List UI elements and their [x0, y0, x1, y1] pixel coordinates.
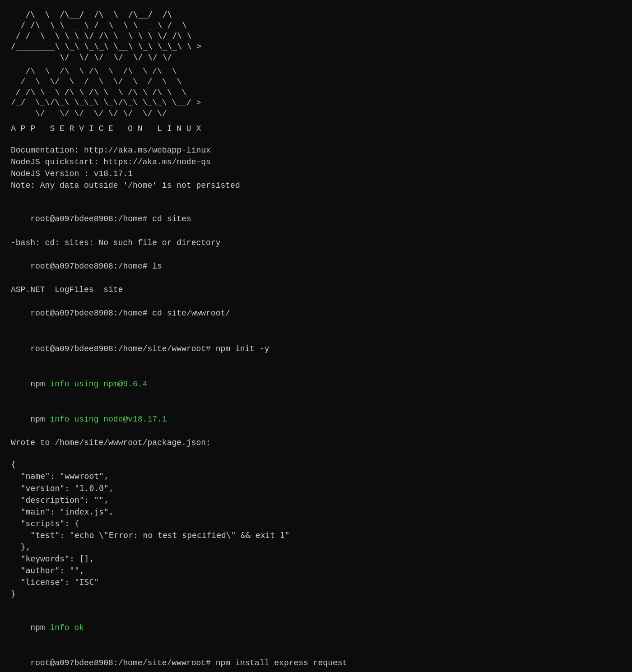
npm-init-info-1: npm info using npm@9.6.4 — [11, 366, 621, 402]
package-json-content: { "name": "wwwroot", "version": "1.0.0",… — [11, 459, 621, 600]
cmd-ls: root@a097bdee8908:/home# ls — [11, 249, 621, 284]
cmd-1: cd sites — [152, 214, 191, 223]
cd-sites-error: -bash: cd: sites: No such file or direct… — [11, 237, 621, 249]
cmd-3: cd site/wwwroot/ — [152, 309, 230, 318]
prompt-4: root@a097bdee8908:/home/site/wwwroot# — [30, 344, 215, 353]
npm-info-text-2: using node@v18.17.1 — [74, 415, 167, 424]
npm-info-text-1: using npm@9.6.4 — [74, 380, 147, 389]
npm-info-keyword-2: info — [50, 415, 74, 424]
cmd-npm-install: root@a097bdee8908:/home/site/wwwroot# np… — [11, 645, 621, 672]
npm-info-ok-text: info ok — [50, 623, 84, 632]
cmd-2: ls — [152, 262, 162, 271]
npm-label-ok: npm — [30, 623, 50, 632]
cmd-4: npm init -y — [216, 344, 270, 353]
npm-init-info-2: npm info using node@v18.17.1 — [11, 402, 621, 437]
cmd-5: npm install express request — [216, 658, 348, 667]
npm-info-ok-line: npm info ok — [11, 610, 621, 645]
doc-line: Documentation: http://aka.ms/webapp-linu… — [11, 144, 621, 156]
app-service-subtitle: A P P S E R V I C E O N L I N U X — [11, 123, 621, 134]
prompt-3: root@a097bdee8908:/home# — [30, 309, 152, 318]
prompt-1: root@a097bdee8908:/home# — [30, 214, 152, 223]
ascii-art-logo: /\ \ /\__/ /\ \ /\__/ /\ / /\ \ \ _ \ / … — [11, 9, 621, 62]
prompt-2: root@a097bdee8908:/home# — [30, 262, 152, 271]
npm-label-2: npm — [30, 415, 50, 424]
npm-info-keyword-1: info — [50, 380, 74, 389]
terminal: /\ \ /\__/ /\ \ /\__/ /\ / /\ \ \ _ \ / … — [11, 9, 621, 672]
cmd-cd-wwwroot: root@a097bdee8908:/home# cd site/wwwroot… — [11, 296, 621, 331]
npm-label-1: npm — [30, 380, 50, 389]
logo-block: /\ \ /\ \ /\ \ /\ \ /\ \ / \ \/ \ / \ \/… — [11, 66, 621, 119]
cmd-cd-sites: root@a097bdee8908:/home# cd sites — [11, 201, 621, 236]
cmd-npm-init: root@a097bdee8908:/home/site/wwwroot# np… — [11, 331, 621, 366]
wrote-line: Wrote to /home/site/wwwroot/package.json… — [11, 437, 621, 449]
ls-output: ASP.NET LogFiles site — [11, 284, 621, 296]
nodejs-quickstart-line: NodeJS quickstart: https://aka.ms/node-q… — [11, 156, 621, 168]
prompt-5: root@a097bdee8908:/home/site/wwwroot# — [30, 658, 215, 667]
note-line: Note: Any data outside '/home' is not pe… — [11, 180, 621, 191]
nodejs-version-line: NodeJS Version : v18.17.1 — [11, 168, 621, 180]
